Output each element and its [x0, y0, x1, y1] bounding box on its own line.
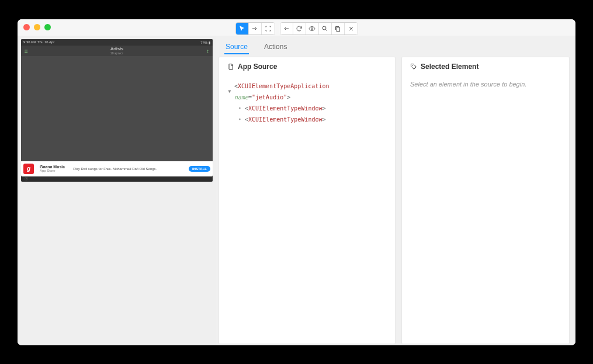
- window-controls: [23, 24, 51, 30]
- tabbar: Source Actions: [216, 36, 575, 54]
- ad-banner: g Gaana Music App Store Play Rafi songs …: [21, 161, 213, 176]
- file-icon: [227, 63, 234, 70]
- ad-app-icon: g: [23, 164, 34, 174]
- caret-down-icon: ▼: [227, 89, 232, 94]
- ad-subtitle: App Store: [40, 169, 65, 172]
- selected-element-title: Selected Element: [421, 63, 478, 71]
- panels: App Source ▼ <XCUIElementTypeApplication…: [216, 54, 575, 345]
- caret-right-icon: ▸: [238, 117, 242, 122]
- refresh-button[interactable]: [293, 23, 306, 34]
- eye-button[interactable]: [306, 23, 319, 34]
- arrow-left-icon: [283, 25, 290, 32]
- app-source-body: ▼ <XCUIElementTypeApplication name="jetA…: [219, 76, 395, 344]
- inspector-pane: Source Actions App Source ▼ <XCUIElement…: [216, 36, 575, 345]
- arrow-right-icon: [251, 25, 258, 32]
- swipe-mode-button[interactable]: [249, 23, 262, 34]
- svg-point-1: [322, 26, 326, 30]
- device-title: Artists: [110, 46, 123, 51]
- status-left: 9:36 PM Thu 16 Apr: [23, 40, 54, 44]
- app-source-header: App Source: [219, 57, 395, 76]
- device-header: ≡ Artists 10 артист ↕: [21, 46, 213, 56]
- back-button[interactable]: [280, 23, 293, 34]
- ad-close-icon[interactable]: ⓧ: [23, 176, 213, 182]
- cursor-icon: [238, 25, 245, 32]
- ad-title-box: Gaana Music App Store: [40, 165, 65, 172]
- mode-group: [235, 22, 275, 35]
- expand-icon: [265, 25, 272, 32]
- device-statusbar: 9:36 PM Thu 16 Apr 74% ▮: [21, 39, 213, 46]
- tab-source[interactable]: Source: [224, 40, 249, 54]
- svg-point-3: [412, 65, 413, 66]
- refresh-icon: [296, 25, 303, 32]
- ad-description: Play Rafi songs for Free. Mohammed Rafi …: [73, 167, 185, 171]
- device-subtitle: 10 артист: [110, 51, 123, 55]
- app-source-panel: App Source ▼ <XCUIElementTypeApplication…: [219, 57, 396, 344]
- svg-point-0: [311, 27, 313, 29]
- tree-node-window-2[interactable]: ▸ <XCUIElementTypeWindow>: [238, 114, 387, 125]
- tree-node-application[interactable]: ▼ <XCUIElementTypeApplication name="jetA…: [227, 81, 387, 103]
- maximize-window-button[interactable]: [44, 24, 51, 30]
- selected-element-header: Selected Element: [402, 57, 569, 76]
- source-tree: ▼ <XCUIElementTypeApplication name="jetA…: [227, 81, 387, 125]
- minimize-window-button[interactable]: [34, 24, 40, 30]
- selected-element-body: Select an element in the source to begin…: [402, 76, 569, 344]
- ad-title: Gaana Music: [40, 165, 65, 169]
- device-body: [21, 56, 213, 161]
- selected-element-hint: Select an element in the source to begin…: [410, 81, 526, 88]
- close-window-button[interactable]: [23, 24, 30, 30]
- search-button[interactable]: [319, 23, 332, 34]
- copy-icon: [334, 25, 341, 32]
- tab-actions[interactable]: Actions: [263, 40, 288, 54]
- screenshot-pane: 9:36 PM Thu 16 Apr 74% ▮ ≡ Artists 10 ар…: [18, 36, 216, 345]
- tap-mode-button[interactable]: [262, 23, 275, 34]
- device-screenshot[interactable]: 9:36 PM Thu 16 Apr 74% ▮ ≡ Artists 10 ар…: [21, 39, 213, 182]
- toolbar: [235, 22, 358, 35]
- caret-right-icon: ▸: [238, 106, 242, 110]
- quit-button[interactable]: [345, 23, 358, 34]
- titlebar: [18, 19, 575, 36]
- status-right: 74% ▮: [200, 40, 210, 44]
- app-window: 9:36 PM Thu 16 Apr 74% ▮ ≡ Artists 10 ар…: [18, 19, 575, 345]
- select-mode-button[interactable]: [236, 23, 249, 34]
- selected-element-panel: Selected Element Select an element in th…: [401, 57, 570, 344]
- sort-icon: ↕: [206, 48, 209, 54]
- search-icon: [321, 25, 328, 32]
- menu-icon: ≡: [25, 48, 28, 54]
- svg-rect-2: [337, 27, 340, 32]
- ad-install-button[interactable]: INSTALL: [189, 166, 210, 172]
- tree-node-window-1[interactable]: ▸ <XCUIElementTypeWindow>: [238, 103, 387, 114]
- close-icon: [348, 25, 355, 32]
- content: 9:36 PM Thu 16 Apr 74% ▮ ≡ Artists 10 ар…: [18, 36, 575, 345]
- tag-icon: [410, 63, 417, 70]
- eye-icon: [308, 25, 315, 32]
- action-group: [280, 22, 358, 35]
- copy-button[interactable]: [332, 23, 345, 34]
- app-source-title: App Source: [238, 63, 277, 71]
